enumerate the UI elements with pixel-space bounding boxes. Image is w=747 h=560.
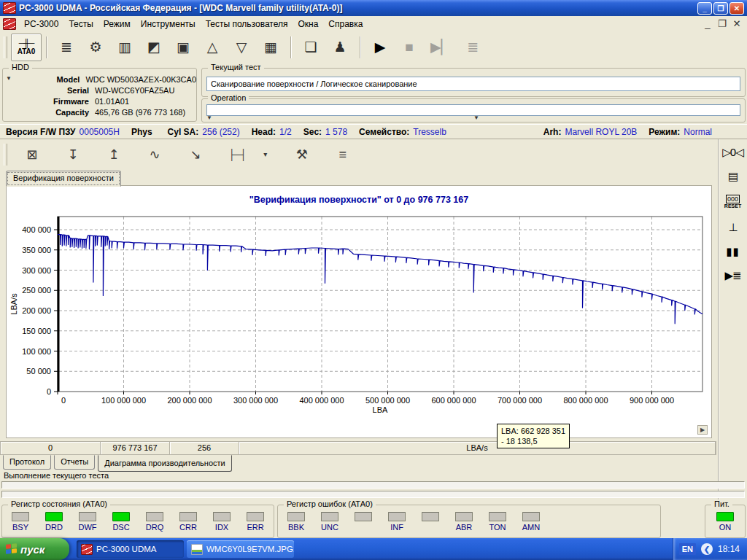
mdi-window-controls: _ ❐ ✕ — [702, 19, 747, 29]
range-dropdown-arrow[interactable]: ▾ — [262, 147, 269, 163]
status-cell: 976 773 167 — [101, 442, 170, 454]
sector-grid-icon[interactable]: ▦ — [263, 39, 279, 55]
power-led-cell: ON — [705, 505, 745, 532]
led-indicator — [355, 512, 372, 521]
led-indicator — [287, 512, 305, 521]
pause-icon[interactable]: ▮▮ — [726, 246, 740, 257]
tooltip-lba: LBA: 662 928 351 — [501, 426, 565, 436]
minimize-button[interactable]: _ — [697, 2, 712, 15]
pci-board-icon[interactable]: ▤ — [728, 171, 738, 182]
power-connect-icon[interactable]: ⊥ — [728, 222, 737, 233]
bottom-tabs: ПротоколОтчетыДиаграмма производительнос… — [3, 455, 232, 472]
start-button[interactable]: пуск — [0, 538, 69, 560]
led-indicator — [79, 512, 96, 521]
start-test-icon[interactable]: ▶ — [372, 39, 388, 55]
test-params-icon[interactable]: ≡ — [335, 147, 351, 163]
tray-chevron-button[interactable]: ❮ — [701, 543, 713, 555]
led-indicator — [179, 512, 197, 521]
operation-center-dropdown-arrow[interactable]: ▼ — [473, 115, 479, 121]
status-segment: Режим:Normal — [649, 127, 712, 137]
bottom-tab[interactable]: Отчеты — [54, 455, 95, 470]
hdd-info-rows: Model WDC WD5003AZEX-00K3CA0 Serial WD-W… — [3, 69, 196, 118]
error-led-cell: TON — [481, 512, 514, 532]
status-cell: 256 — [170, 442, 239, 454]
stop-test-icon[interactable]: ■ — [401, 39, 417, 55]
user-profile-icon[interactable]: ♟ — [332, 39, 348, 55]
mdi-close-button[interactable]: ✕ — [731, 19, 743, 29]
menu-item[interactable]: PC-3000 — [19, 18, 63, 31]
range-select-icon[interactable]: ├─┤ — [228, 147, 246, 163]
svg-text:300 000 000: 300 000 000 — [233, 396, 278, 405]
system-tray: EN ❮ 18:14 — [673, 538, 747, 560]
led-indicator — [522, 512, 540, 521]
report-icons: ❏♟ — [303, 39, 348, 55]
status-segment: Sec:1 578 — [303, 127, 347, 137]
menu-item[interactable]: Тесты пользователя — [201, 18, 293, 31]
bottom-tab[interactable]: Диаграмма производительности — [98, 455, 232, 472]
restore-button[interactable]: ❐ — [713, 2, 728, 15]
chart-scroll-right-button[interactable]: ▶ — [697, 425, 708, 435]
mdi-minimize-button[interactable]: _ — [702, 19, 713, 29]
copy-reports-icon[interactable]: ❏ — [303, 39, 319, 55]
window-titlebar[interactable]: PC-3000 UDMA - Российская Федерация - [W… — [0, 0, 747, 16]
error-register-legend: Регистр ошибок (АТА0) — [284, 499, 376, 508]
menu-item[interactable]: Тесты — [63, 18, 98, 31]
bottom-tab[interactable]: Протокол — [3, 455, 51, 470]
graph-mode-icon[interactable]: ↘ — [187, 147, 204, 163]
error-led-cell: AMN — [514, 512, 548, 532]
hdd-info-row: Model WDC WD5003AZEX-00K3CA0 — [3, 74, 196, 85]
svg-text:150 000: 150 000 — [22, 327, 51, 335]
load-report-icon[interactable]: ↥ — [106, 147, 122, 163]
status-segment: Версия F/W ПЗУ0005005H — [6, 127, 120, 137]
surface-filter-icon[interactable]: ▽ — [233, 39, 249, 55]
status-led-cell: DWF — [71, 512, 104, 532]
led-indicator — [388, 512, 406, 521]
chart-toolbar: ⊠↧↥∿↘├─┤▾⚒≡ — [0, 140, 717, 170]
taskbar-task-button[interactable]: WMC6Y0L9E7VM.JPG... — [187, 540, 294, 558]
save-settings-icon[interactable]: ⚙ — [88, 39, 104, 55]
performance-chart[interactable]: 0100 000 000200 000 000300 000 000400 00… — [7, 186, 711, 436]
clear-report-icon[interactable]: ⊠ — [24, 147, 40, 163]
menu-item[interactable]: Справка — [323, 18, 368, 31]
ata0-port-button[interactable]: ─╫─ ATA0 — [11, 34, 42, 61]
svg-text:400 000 000: 400 000 000 — [299, 396, 344, 405]
screen: PC-3000 UDMA - Российская Федерация - [W… — [0, 0, 747, 560]
oscillogram-icon[interactable]: ∿ — [147, 147, 163, 163]
step-test-icon[interactable]: ▶▏ — [430, 39, 452, 55]
status-segment: Семейство:Tresselb — [359, 127, 446, 137]
menu-item[interactable]: Инструменты — [136, 18, 201, 31]
hdd-dropdown-arrow[interactable]: ▼ — [6, 76, 12, 82]
info-panel: HDD ▼ Model WDC WD5003AZEX-00K3CA0 Seria… — [0, 63, 747, 124]
status-led-cell: BSY — [4, 512, 37, 532]
svg-text:50 000: 50 000 — [26, 367, 51, 376]
power-led-label: ON — [705, 523, 745, 532]
modules-icon[interactable]: ◩ — [146, 39, 162, 55]
reset-icon[interactable]: 000 RESET — [724, 195, 741, 209]
clock: 18:14 — [718, 544, 740, 554]
mdi-restore-button[interactable]: ❐ — [716, 19, 728, 29]
toolbar-grip — [4, 36, 7, 58]
language-indicator[interactable]: EN — [679, 543, 696, 555]
hdd-groupbox: HDD ▼ Model WDC WD5003AZEX-00K3CA0 Seria… — [2, 68, 197, 122]
chart-settings-icon[interactable]: ⚒ — [294, 147, 310, 163]
ata-port-icon: ─╫─ — [19, 39, 34, 47]
menu-item[interactable]: Режим — [98, 18, 136, 31]
soft-reset-icon[interactable]: ▶≣ — [724, 270, 740, 281]
close-button[interactable]: ✕ — [729, 2, 744, 15]
status-cell: LBA/s — [239, 442, 715, 454]
svg-text:700 000 000: 700 000 000 — [498, 396, 542, 405]
menu-item[interactable]: Окна — [293, 18, 323, 31]
status-led-cell: DRD — [37, 512, 71, 532]
status-led-cell: ERR — [239, 512, 272, 532]
head-test-icon[interactable]: △ — [204, 39, 220, 55]
save-report-icon[interactable]: ↧ — [65, 147, 81, 163]
tab-surface-verification[interactable]: Верификация поверхности — [6, 171, 121, 187]
rom-chip-icon[interactable]: ▥ — [117, 39, 133, 55]
drive-power-zero-icon[interactable]: ▷0◁ — [722, 147, 743, 158]
task-queue-icon[interactable]: ≣ — [465, 39, 481, 55]
operation-dropdown-arrow[interactable]: ▼ — [206, 115, 212, 121]
test-script-icon[interactable]: ≣ — [58, 39, 74, 55]
database-icon[interactable]: ▣ — [175, 39, 191, 55]
taskbar-task-button[interactable]: PC-3000 UDMA — [77, 540, 184, 558]
task-icon — [191, 544, 203, 555]
